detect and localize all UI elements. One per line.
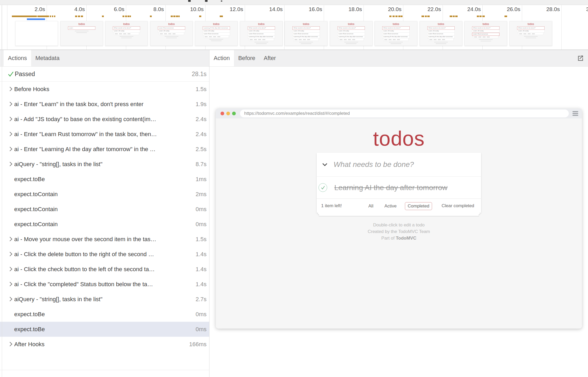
expand-chevron-icon[interactable] — [7, 252, 14, 257]
left-tabstrip: ActionsMetadata — [0, 50, 209, 67]
expand-chevron-icon[interactable] — [7, 297, 14, 302]
expand-chevron-icon[interactable] — [7, 87, 14, 92]
chevron-spacer — [7, 192, 14, 197]
new-todo-placeholder: What needs to be done? — [334, 160, 414, 169]
action-row[interactable]: ai - Enter "Learn Rust tomorrow" in the … — [0, 127, 209, 142]
filmstrip-thumbnail[interactable]: todosLearning AI the day after tomorrowL… — [195, 21, 238, 46]
action-label: After Hooks — [14, 341, 45, 348]
filmstrip-thumbnail[interactable]: todosWhat needs to be done?Learn JS toda… — [509, 21, 552, 46]
action-row[interactable]: expect.toContain0ms — [0, 217, 209, 232]
action-row[interactable]: expect.toContain0ms — [0, 202, 209, 217]
filmstrip-thumbnail[interactable]: todosWhat needs to be done?Learn JS toda… — [240, 21, 283, 46]
action-row[interactable]: expect.toContain2ms — [0, 187, 209, 202]
expand-chevron-icon[interactable] — [7, 267, 14, 272]
filmstrip-thumbnail[interactable]: todosWhat needs to be done?Learn JS toda… — [464, 21, 507, 46]
action-time-tick — [455, 16, 458, 17]
action-row[interactable]: expect.toBe0ms — [0, 322, 209, 337]
filmstrip-thumbnail[interactable]: todosWhat needs to be done?Learn JS toda… — [420, 21, 462, 46]
action-time-tick — [393, 16, 395, 17]
action-row[interactable]: ai - Click the delete button to the righ… — [0, 247, 209, 262]
action-label: aiQuery - "string[], tasks in the list" — [14, 161, 102, 168]
action-duration: 1.4s — [193, 251, 207, 258]
filmstrip-thumbnail[interactable]: todosWhat needs to be done?Learn JS toda… — [375, 21, 417, 46]
action-duration: 1.4s — [193, 281, 207, 288]
expand-chevron-icon[interactable] — [7, 342, 14, 347]
action-time-tick — [173, 16, 175, 17]
expand-chevron-icon[interactable] — [7, 282, 14, 287]
browser-titlebar: https://todomvc.com/examples/react/dist/… — [216, 108, 582, 118]
action-row[interactable]: ai - Enter "Learning AI the day after to… — [0, 142, 209, 157]
filter-all: All — [366, 202, 376, 210]
action-row[interactable]: ai - Enter "Learn" in the task box, don'… — [0, 97, 209, 112]
clipped-window-title-fragment — [221, 1, 222, 2]
expand-chevron-icon[interactable] — [7, 147, 14, 152]
external-link-icon — [576, 54, 584, 62]
timeline[interactable]: 2.0s4.0s6.0s8.0s10.0s12.0s14.0s16.0s18.0… — [0, 5, 588, 50]
action-time-tick — [477, 16, 479, 17]
close-light-icon — [220, 112, 224, 115]
expand-chevron-icon[interactable] — [7, 117, 14, 122]
action-duration: 8.7s — [193, 161, 207, 168]
filmstrip-thumbnail[interactable]: todosLearn — [60, 21, 103, 46]
tab-after[interactable]: After — [259, 50, 280, 66]
expand-chevron-icon[interactable] — [7, 132, 14, 137]
filmstrip-thumbnail[interactable]: todosLearn Rust tomorrowLearn JS today — [150, 21, 193, 46]
timeline-time-label: 8.0s — [153, 6, 164, 12]
clipped-window-title-fragment — [205, 0, 208, 2]
clear-completed-button: Clear completed — [442, 203, 474, 209]
action-label: expect.toContain — [14, 221, 58, 228]
action-row[interactable]: aiQuery - "string[], tasks in the list"8… — [0, 157, 209, 172]
action-time-tick — [12, 16, 37, 17]
action-row[interactable]: ai - Click the "completed" Status button… — [0, 277, 209, 292]
todos-app-title: todos — [317, 127, 481, 150]
action-time-tick — [128, 16, 129, 17]
filmstrip-thumbnail[interactable]: todosWhat needs to be done?Learn JS toda… — [105, 21, 148, 46]
action-row[interactable]: ai - Add "JS today" to base on the exist… — [0, 112, 209, 127]
action-label: expect.toBe — [14, 176, 45, 183]
action-label: expect.toBe — [14, 326, 45, 333]
action-time-tick — [422, 16, 424, 17]
tab-actions[interactable]: Actions — [4, 50, 31, 66]
action-row[interactable]: expect.toBe0ms — [0, 307, 209, 322]
action-row[interactable]: expect.toBe1ms — [0, 172, 209, 187]
timeline-time-label: 24.0s — [467, 6, 481, 12]
action-duration: 1ms — [193, 176, 207, 183]
action-row[interactable]: aiQuery - "string[], tasks in the list"2… — [0, 292, 209, 307]
test-status-row[interactable]: Passed 28.1s — [0, 67, 209, 82]
action-label: aiQuery - "string[], tasks in the list" — [14, 296, 102, 303]
action-label: ai - Click the delete button to the righ… — [14, 251, 154, 258]
filmstrip-thumbnail[interactable]: todosWhat needs to be done?Learn JS toda… — [330, 21, 373, 46]
action-time-tick — [150, 16, 152, 17]
action-row[interactable]: ai - Move your mouse over the second ite… — [0, 232, 209, 247]
minimize-light-icon — [226, 112, 230, 115]
action-time-tick — [504, 16, 507, 17]
chevron-spacer — [7, 222, 14, 227]
action-time-tick — [130, 16, 131, 17]
info-line: Double-click to edit a todo — [317, 222, 481, 228]
action-label: ai - Enter "Learn" in the task box, don'… — [14, 101, 144, 108]
expand-chevron-icon[interactable] — [7, 162, 14, 167]
action-row[interactable]: After Hooks166ms — [0, 337, 209, 352]
filmstrip-thumbnail[interactable] — [15, 21, 58, 46]
tab-before[interactable]: Before — [234, 50, 259, 66]
snapshot-panel: ActionBeforeAfter https://todomvc.com/ex… — [209, 50, 588, 377]
action-label: ai - Click the "completed" Status button… — [14, 281, 153, 288]
expand-chevron-icon[interactable] — [7, 237, 14, 242]
test-status-label: Passed — [15, 71, 35, 78]
action-time-tick — [425, 16, 427, 17]
clipped-window-title-fragment — [188, 0, 191, 2]
timeline-time-label: 30.0s — [586, 6, 588, 12]
action-row[interactable]: ai - Click the check button to the left … — [0, 262, 209, 277]
info-line: Created by the TodoMVC Team — [317, 228, 481, 235]
action-duration: 1.5s — [193, 86, 207, 93]
action-label: expect.toBe — [14, 311, 45, 318]
action-row[interactable]: Before Hooks1.5s — [0, 82, 209, 97]
timeline-time-label: 22.0s — [428, 6, 441, 12]
action-time-tick — [395, 16, 398, 17]
test-duration: 28.1s — [189, 71, 207, 78]
filmstrip-thumbnail[interactable]: todosWhat needs to be done?Learn JS toda… — [285, 21, 327, 46]
tab-action[interactable]: Action — [209, 50, 234, 66]
expand-chevron-icon[interactable] — [7, 102, 14, 107]
open-snapshot-external-button[interactable] — [576, 50, 588, 66]
tab-metadata[interactable]: Metadata — [31, 50, 64, 66]
